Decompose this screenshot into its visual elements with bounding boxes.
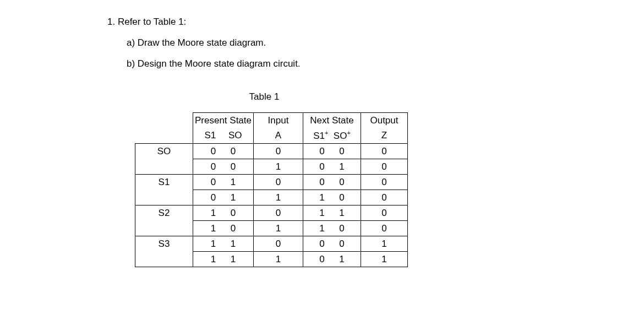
input-cell: 0 <box>254 175 303 190</box>
state-label: S2 <box>135 205 193 221</box>
output-cell: 0 <box>361 144 408 159</box>
present-state-cell: 1 1 <box>193 252 254 267</box>
input-cell: 0 <box>254 236 303 252</box>
next-state-cell: 0 0 <box>303 144 361 159</box>
present-state-cell: 0 1 <box>193 175 254 190</box>
header-ps-sub: S1 SO <box>193 128 254 144</box>
output-cell: 1 <box>361 236 408 252</box>
present-state-cell: 1 0 <box>193 221 254 236</box>
state-label: S3 <box>135 236 193 252</box>
present-state-cell: 0 0 <box>193 159 254 175</box>
input-cell: 1 <box>254 190 303 205</box>
input-cell: 0 <box>254 144 303 159</box>
next-state-cell: 1 0 <box>303 221 361 236</box>
header-output: Output <box>361 113 408 128</box>
header-next-state: Next State <box>303 113 361 128</box>
state-label <box>135 190 193 205</box>
header-input: Input <box>254 113 303 128</box>
output-cell: 0 <box>361 221 408 236</box>
state-label: SO <box>135 144 193 159</box>
state-label <box>135 221 193 236</box>
input-cell: 1 <box>254 221 303 236</box>
output-cell: 0 <box>361 159 408 175</box>
output-cell: 0 <box>361 175 408 190</box>
next-state-cell: 0 1 <box>303 159 361 175</box>
output-cell: 1 <box>361 252 408 267</box>
state-label <box>135 252 193 267</box>
input-cell: 0 <box>254 205 303 221</box>
present-state-cell: 1 1 <box>193 236 254 252</box>
output-cell: 0 <box>361 190 408 205</box>
present-state-cell: 0 0 <box>193 144 254 159</box>
question-number: 1. Refer to Table 1: <box>107 17 644 28</box>
input-cell: 1 <box>254 252 303 267</box>
header-output-sub: Z <box>361 128 408 144</box>
next-state-cell: 0 1 <box>303 252 361 267</box>
present-state-cell: 1 0 <box>193 205 254 221</box>
state-label <box>135 159 193 175</box>
next-state-cell: 1 1 <box>303 205 361 221</box>
header-present-state: Present State <box>193 113 254 128</box>
table-caption: Table 1 <box>135 91 394 102</box>
next-state-cell: 0 0 <box>303 175 361 190</box>
next-state-cell: 0 0 <box>303 236 361 252</box>
question-part-a: a) Draw the Moore state diagram. <box>127 37 644 48</box>
present-state-cell: 0 1 <box>193 190 254 205</box>
header-ns-sub: S1+ SO+ <box>303 128 361 144</box>
output-cell: 0 <box>361 205 408 221</box>
state-table: Present State Input Next State Output S1… <box>135 112 408 267</box>
header-input-sub: A <box>254 128 303 144</box>
input-cell: 1 <box>254 159 303 175</box>
state-label: S1 <box>135 175 193 190</box>
question-part-b: b) Design the Moore state diagram circui… <box>127 58 644 69</box>
next-state-cell: 1 0 <box>303 190 361 205</box>
